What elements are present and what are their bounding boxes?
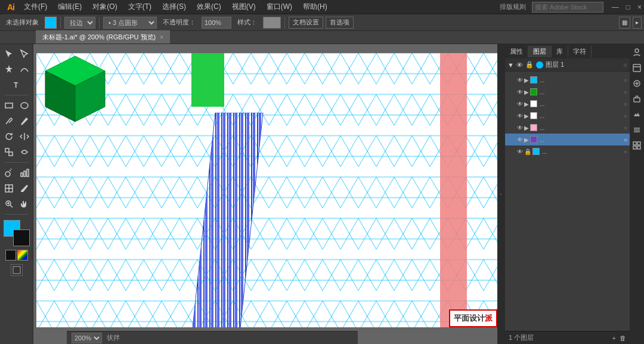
sub-vis-2: ○ bbox=[624, 89, 627, 95]
slice-tool[interactable] bbox=[2, 181, 16, 196]
delete-layer-button[interactable]: 🗑 bbox=[620, 334, 626, 342]
sidebar-icon-1[interactable] bbox=[631, 47, 643, 58]
gradient-color[interactable] bbox=[17, 250, 28, 261]
reflect-tool[interactable] bbox=[17, 129, 32, 144]
sidebar-icon-5[interactable] bbox=[631, 109, 643, 120]
close-button[interactable]: × bbox=[637, 3, 642, 11]
sub-lock-7[interactable]: 🔒 bbox=[524, 148, 531, 155]
menu-select[interactable]: 选择(S) bbox=[157, 1, 191, 13]
sub-expand-6[interactable]: ▶ bbox=[524, 137, 529, 143]
curvature-tool[interactable] bbox=[17, 62, 32, 76]
sub-eye-6[interactable]: 👁 bbox=[517, 137, 523, 143]
maximize-button[interactable]: □ bbox=[626, 3, 630, 11]
paintbrush-tool[interactable] bbox=[2, 114, 16, 128]
sub-eye-1[interactable]: 👁 bbox=[517, 77, 523, 83]
background-color[interactable] bbox=[13, 230, 30, 246]
new-layer-button[interactable]: + bbox=[612, 334, 616, 342]
menu-help[interactable]: 帮助(H) bbox=[298, 1, 332, 13]
type-tool[interactable]: T bbox=[10, 78, 24, 92]
menu-view[interactable]: 视图(V) bbox=[227, 1, 261, 13]
zoom-select[interactable]: 200% 100% 50% bbox=[72, 333, 102, 343]
selection-tool[interactable] bbox=[2, 47, 16, 61]
none-color[interactable] bbox=[5, 250, 16, 261]
sidebar-icon-6[interactable] bbox=[631, 124, 643, 136]
screen-mode-button[interactable] bbox=[11, 264, 23, 276]
layer-expand-icon[interactable]: ▼ bbox=[507, 61, 514, 69]
sub-expand-3[interactable]: ▶ bbox=[524, 101, 529, 107]
sublayer-1[interactable]: 👁 ▶ ... ○ bbox=[505, 74, 630, 86]
sub-eye-4[interactable]: 👁 bbox=[517, 113, 523, 119]
sublayer-7[interactable]: 👁 🔒 ... ○ bbox=[505, 145, 630, 157]
graph-tools bbox=[2, 166, 32, 180]
sub-eye-2[interactable]: 👁 bbox=[517, 89, 523, 95]
arrange-button[interactable]: ▦ bbox=[619, 17, 630, 29]
panel-toggle[interactable]: › bbox=[497, 44, 504, 344]
tool-mode-select[interactable]: 拉边 bbox=[64, 17, 95, 29]
eye-icon[interactable]: 👁 bbox=[516, 61, 523, 69]
bottom-status-bar: 200% 100% 50% 状拌 bbox=[67, 331, 358, 344]
eraser-tool[interactable] bbox=[17, 181, 32, 196]
sidebar-icon-2[interactable] bbox=[631, 62, 643, 74]
sidebar-icon-7[interactable] bbox=[631, 140, 643, 151]
pencil-tool[interactable] bbox=[17, 114, 32, 128]
tab-layers[interactable]: 图层 bbox=[528, 46, 552, 57]
brush-select[interactable]: • 3 点圆形 bbox=[103, 17, 157, 29]
menu-object[interactable]: 对象(O) bbox=[88, 1, 122, 13]
more-options-button[interactable]: ▸ bbox=[633, 17, 642, 29]
minimize-button[interactable]: — bbox=[612, 3, 619, 11]
tab-library[interactable]: 库 bbox=[552, 46, 568, 57]
scale-tool[interactable] bbox=[2, 145, 16, 159]
tab-character[interactable]: 字符 bbox=[568, 46, 592, 57]
rotate-tool[interactable] bbox=[2, 129, 16, 144]
stock-search-input[interactable] bbox=[532, 2, 603, 13]
sidebar-icon-4[interactable] bbox=[631, 93, 643, 105]
menu-edit[interactable]: 编辑(E) bbox=[53, 1, 86, 13]
svg-rect-6 bbox=[21, 173, 23, 176]
preferences-button[interactable]: 首选项 bbox=[326, 17, 354, 29]
opacity-input[interactable] bbox=[202, 17, 231, 29]
sub-expand-5[interactable]: ▶ bbox=[524, 125, 529, 131]
stroke-color-box[interactable] bbox=[45, 17, 57, 29]
menu-window[interactable]: 窗口(W) bbox=[262, 1, 297, 13]
sub-eye-3[interactable]: 👁 bbox=[517, 101, 523, 107]
pen-tool[interactable] bbox=[2, 62, 16, 76]
sub-eye-7[interactable]: 👁 bbox=[517, 148, 523, 155]
rectangle-tool[interactable] bbox=[2, 98, 16, 113]
menu-text[interactable]: 文字(T) bbox=[123, 1, 156, 13]
panel-tabs: 属性 图层 库 字符 bbox=[505, 44, 630, 58]
top-right-controls: 排版规则 — □ × bbox=[500, 2, 642, 13]
canvas-area[interactable]: 200% 100% 50% 状拌 平面设计派 bbox=[33, 44, 497, 344]
sub-expand-1[interactable]: ▶ bbox=[524, 77, 529, 83]
sublayer-4[interactable]: 👁 ▶ ... ○ bbox=[505, 110, 630, 122]
svg-point-2 bbox=[21, 103, 28, 109]
tab-properties[interactable]: 属性 bbox=[505, 46, 528, 57]
lock-icon[interactable]: 🔒 bbox=[525, 61, 534, 69]
menu-file[interactable]: 文件(F) bbox=[19, 1, 52, 13]
sublayer-2[interactable]: 👁 ▶ ... ○ bbox=[505, 86, 630, 98]
sublayer-3[interactable]: 👁 ▶ ... ○ bbox=[505, 98, 630, 110]
document-tab[interactable]: 未标题-1.ai* @ 200% (RGB/GPU 预览) × bbox=[36, 30, 170, 44]
symbol-sprayer-tool[interactable] bbox=[2, 166, 16, 180]
direct-selection-tool[interactable] bbox=[17, 47, 32, 61]
sidebar-icon-3[interactable] bbox=[631, 78, 643, 89]
warp-tool[interactable] bbox=[17, 145, 32, 159]
menu-effect[interactable]: 效果(C) bbox=[192, 1, 226, 13]
sub-color-6 bbox=[530, 136, 537, 143]
sub-expand-4[interactable]: ▶ bbox=[524, 113, 529, 119]
sub-vis-6: ○ bbox=[624, 137, 627, 143]
hand-tool[interactable] bbox=[17, 197, 32, 211]
doc-setup-button[interactable]: 文档设置 bbox=[289, 17, 323, 29]
tool-divider-3 bbox=[5, 214, 29, 215]
ellipse-tool[interactable] bbox=[17, 98, 32, 113]
sub-label-6: ... bbox=[540, 137, 544, 143]
sub-color-3 bbox=[530, 100, 537, 107]
toolbar-divider-2 bbox=[99, 17, 100, 29]
sublayer-5[interactable]: 👁 ▶ ... ○ bbox=[505, 122, 630, 134]
tab-close-button[interactable]: × bbox=[160, 34, 163, 41]
layer-name: 图层 1 bbox=[546, 60, 564, 69]
sub-eye-5[interactable]: 👁 bbox=[517, 125, 523, 131]
graph-tool[interactable] bbox=[17, 166, 32, 180]
sublayer-6[interactable]: 👁 ▶ ... ○ bbox=[505, 134, 630, 145]
sub-expand-2[interactable]: ▶ bbox=[524, 89, 529, 95]
zoom-tool[interactable] bbox=[2, 197, 16, 211]
